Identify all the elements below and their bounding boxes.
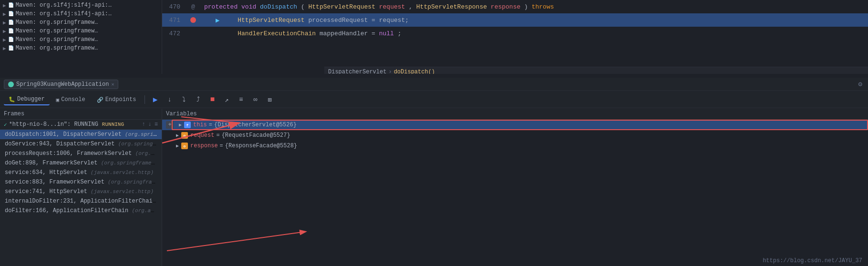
code-content-470: protected void doDispatch ( HttpServletR… xyxy=(200,3,868,10)
breadcrumb-dodispatch[interactable]: doDispatch() xyxy=(394,69,435,74)
debug-arrow-471: ▶ xyxy=(216,16,219,24)
file-item-4[interactable]: ▶ 📄 Maven: org.springframew… xyxy=(0,27,162,35)
frame-item-0[interactable]: doDispatch:1001, DispatcherServlet (org.… xyxy=(0,130,162,139)
folder-icon-3: ▶ xyxy=(3,20,6,26)
file-item-2[interactable]: ▶ 📄 Maven: org.slf4j:slf4j-api:… xyxy=(0,10,162,18)
keyword-protected: protected xyxy=(204,3,238,10)
folder-icon-4: ▶ xyxy=(3,28,6,34)
frame-class-3: (org.springframe…) xyxy=(101,160,158,166)
var-row-request[interactable]: ▶ o request = {RequestFacade@5527} xyxy=(162,130,868,141)
frame-item-4[interactable]: service:634, HttpServlet (javax.servlet.… xyxy=(0,168,162,177)
down-arrow-icon[interactable]: ↓ xyxy=(148,121,152,128)
file-item-1[interactable]: ▶ 📄 Maven: org.slf4j:slf4j-api:… xyxy=(0,1,162,10)
step-over-btn[interactable]: ↓ xyxy=(163,93,176,106)
frame-main-5: service:883, FrameworkServlet xyxy=(5,179,104,185)
frame-class-7: (org… xyxy=(159,198,162,204)
file-name-5: Maven: org.springframew… xyxy=(16,36,98,43)
line-number-472: 472 xyxy=(162,30,186,37)
var-expand-response[interactable]: ▶ xyxy=(174,142,181,150)
var-type-icon-this: f xyxy=(184,122,191,128)
breadcrumb-dispatcher[interactable]: DispatcherServlet xyxy=(328,69,386,74)
debug-session-tab[interactable]: Spring03KuangWebApplication ✕ xyxy=(4,80,118,89)
frame-main-0: doDispatch:1001, DispatcherServlet xyxy=(5,131,122,138)
mute-btn[interactable]: ∞ xyxy=(249,93,261,106)
type-httpresponse: HttpServletResponse xyxy=(416,3,487,10)
endpoints-tab-icon: 🔗 xyxy=(97,97,103,103)
variables-panel: Variables + ▶ f this = {DispatcherServle… xyxy=(162,109,868,266)
file-item-6[interactable]: ▶ 📄 Maven: org.springframew… xyxy=(0,44,162,52)
left-file-panel: ▶ 📄 Maven: org.slf4j:slf4j-api:… ▶ 📄 Mav… xyxy=(0,0,162,74)
resume-btn[interactable]: ▶ xyxy=(149,93,161,106)
file-name-2: Maven: org.slf4j:slf4j-api:… xyxy=(16,10,112,17)
gutter-471: ▶ xyxy=(186,17,200,23)
code-area: ▶ 📄 Maven: org.slf4j:slf4j-api:… ▶ 📄 Mav… xyxy=(0,0,868,74)
at-symbol-470: @ xyxy=(191,3,195,10)
var-name-request: request xyxy=(190,132,214,139)
var-type-icon-request: o xyxy=(181,132,188,139)
keyword-null: null xyxy=(379,30,394,37)
code-content-471: HttpServletRequest processedRequest = re… xyxy=(200,17,868,24)
file-type-icon-4: 📄 xyxy=(8,28,14,34)
code-line-470: 470 @ protected void doDispatch ( HttpSe… xyxy=(162,0,868,13)
frame-item-3[interactable]: doGet:898, FrameworkServlet (org.springf… xyxy=(0,158,162,168)
session-running-icon xyxy=(8,82,14,87)
evaluate-btn[interactable]: ⊞ xyxy=(263,93,276,106)
filter-thread-icon[interactable]: ≡ xyxy=(155,121,158,128)
close-session-icon[interactable]: ✕ xyxy=(111,82,114,87)
folder-icon-6: ▶ xyxy=(3,45,6,51)
var-equals-this: = xyxy=(209,122,212,128)
frame-item-2[interactable]: processRequest:1006, FrameworkServlet (o… xyxy=(0,149,162,158)
frame-item-7[interactable]: internalDoFilter:231, ApplicationFilterC… xyxy=(0,196,162,206)
tab-endpoints[interactable]: 🔗 Endpoints xyxy=(92,94,141,105)
thread-status-badge: RUNNING xyxy=(102,122,124,127)
frame-class-5: (org.springfram…) xyxy=(108,179,161,185)
frames-back-btn[interactable]: ■ xyxy=(206,93,218,106)
variables-header: Variables xyxy=(162,109,868,120)
add-watch-btn[interactable]: + xyxy=(166,121,174,129)
file-type-icon-3: 📄 xyxy=(8,20,14,25)
frame-class-8: (org.apache… xyxy=(132,207,162,214)
url-bar: https://blog.csdn.net/JAYU_37 xyxy=(757,256,868,266)
frame-item-8[interactable]: doFilter:166, ApplicationFilterChain (or… xyxy=(0,206,162,215)
frame-main-2: processRequest:1006, FrameworkServlet xyxy=(5,150,132,157)
code-line-472: 472 HandlerExecutionChain mappedHandler … xyxy=(162,27,868,40)
breakpoint-dot-471 xyxy=(190,17,196,23)
frame-class-2: (org.s…) xyxy=(135,150,161,157)
tab-console[interactable]: ▣ Console xyxy=(52,94,90,105)
frame-class-4: (javax.servlet.http) xyxy=(91,170,154,175)
settings-icon[interactable]: ⚙ xyxy=(858,80,862,88)
debugger-tab-icon: 🐛 xyxy=(9,96,15,102)
debug-panels: Frames ✓ *http-nio-8...in": RUNNING RUNN… xyxy=(0,109,868,266)
folder-icon: ▶ xyxy=(3,2,6,9)
thread-name: *http-nio-8...in": RUNNING xyxy=(9,121,98,128)
var-expand-request[interactable]: ▶ xyxy=(174,132,181,139)
file-item-3[interactable]: ▶ 📄 Maven: org.springframew… xyxy=(0,18,162,27)
up-arrow-icon[interactable]: ↑ xyxy=(142,121,145,128)
var-row-response[interactable]: ▶ o response = {ResponseFacade@5528} xyxy=(162,141,868,151)
frame-class-6: (javax.servlet.http) xyxy=(91,189,154,194)
var-name-response: response xyxy=(190,143,218,149)
file-item-5[interactable]: ▶ 📄 Maven: org.springframew… xyxy=(0,35,162,44)
run-to-cursor-btn[interactable]: ↗ xyxy=(220,93,233,106)
gutter-470: @ xyxy=(186,3,200,10)
filter-btn[interactable]: ≡ xyxy=(235,93,247,106)
frame-item-6[interactable]: service:741, HttpServlet (javax.servlet.… xyxy=(0,187,162,196)
function-name: doDispatch xyxy=(260,3,297,10)
step-out-btn[interactable]: ⤴ xyxy=(192,93,204,106)
step-into-btn[interactable]: ⤵ xyxy=(177,93,190,106)
tab-debugger[interactable]: 🐛 Debugger xyxy=(4,94,50,105)
frame-item-5[interactable]: service:883, FrameworkServlet (org.sprin… xyxy=(0,177,162,187)
keyword-throws: throws xyxy=(532,3,554,10)
frames-panel: Frames ✓ *http-nio-8...in": RUNNING RUNN… xyxy=(0,109,162,266)
code-editor: 470 @ protected void doDispatch ( HttpSe… xyxy=(162,0,868,74)
frame-class-1: (org.springfra…) xyxy=(118,141,162,147)
thread-controls: ↑ ↓ ≡ xyxy=(142,121,158,128)
console-tab-icon: ▣ xyxy=(56,97,60,103)
debug-tabbar: Spring03KuangWebApplication ✕ ⚙ xyxy=(0,78,868,91)
frame-main-1: doService:943, DispatcherServlet xyxy=(5,141,114,147)
var-row-this[interactable]: + ▶ f this = {DispatcherServlet@5526} xyxy=(162,120,868,130)
var-expand-this[interactable]: ▶ xyxy=(176,121,184,129)
tab-debugger-label: Debugger xyxy=(17,96,45,102)
frame-main-8: doFilter:166, ApplicationFilterChain xyxy=(5,207,128,214)
frame-item-1[interactable]: doService:943, DispatcherServlet (org.sp… xyxy=(0,139,162,149)
